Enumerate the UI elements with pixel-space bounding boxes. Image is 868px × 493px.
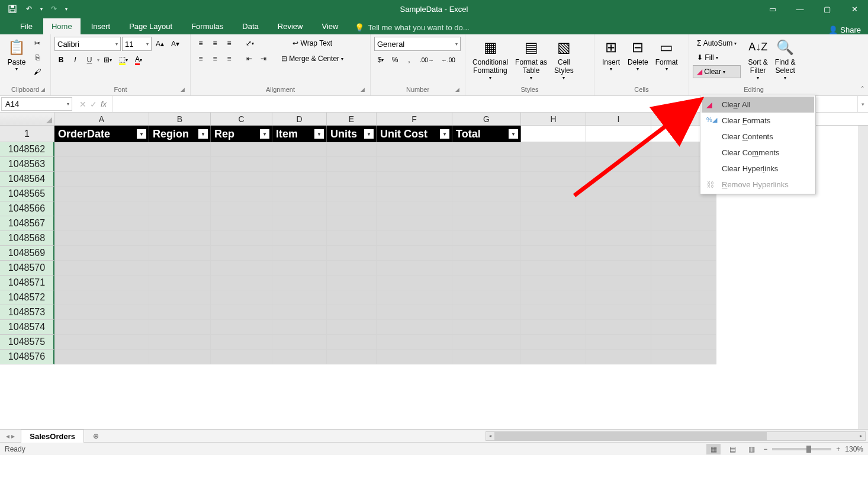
- cell[interactable]: [272, 201, 327, 216]
- font-size-combo[interactable]: 11▾: [122, 37, 152, 51]
- tab-insert[interactable]: Insert: [83, 18, 119, 34]
- cell[interactable]: [586, 201, 651, 216]
- cell[interactable]: [272, 261, 327, 276]
- cell[interactable]: [272, 276, 327, 290]
- cell[interactable]: [327, 216, 377, 231]
- cell[interactable]: [452, 335, 521, 350]
- wrap-text-button[interactable]: ↩ Wrap Text: [276, 37, 349, 50]
- tab-home[interactable]: Home: [43, 18, 81, 34]
- cell[interactable]: [521, 350, 586, 364]
- cell[interactable]: [54, 157, 149, 172]
- undo-button[interactable]: ↶: [21, 2, 37, 16]
- row-header[interactable]: 1048564: [0, 172, 54, 187]
- cell[interactable]: [272, 157, 327, 172]
- cell[interactable]: [149, 216, 211, 231]
- row-header[interactable]: 1048563: [0, 157, 54, 172]
- cell[interactable]: [54, 335, 149, 350]
- clear-button[interactable]: ◢ Clear ▾: [693, 65, 741, 78]
- table-header-total[interactable]: Total▾: [452, 126, 521, 142]
- tab-formulas[interactable]: Formulas: [183, 18, 232, 34]
- paste-button[interactable]: 📋 Paste ▾: [4, 37, 30, 73]
- cell[interactable]: [452, 157, 521, 172]
- copy-button[interactable]: ⎘: [31, 51, 44, 64]
- format-as-table-button[interactable]: ▤ Format as Table▾: [512, 37, 551, 82]
- cell[interactable]: [211, 350, 272, 364]
- cell[interactable]: [272, 290, 327, 305]
- normal-view-button[interactable]: ▦: [706, 444, 721, 454]
- cell[interactable]: [521, 216, 586, 231]
- filter-dropdown-icon[interactable]: ▾: [198, 129, 208, 139]
- cell[interactable]: [377, 231, 452, 246]
- cell[interactable]: [521, 172, 586, 187]
- number-format-combo[interactable]: General▾: [374, 37, 461, 51]
- cell[interactable]: [327, 201, 377, 216]
- cell[interactable]: [272, 305, 327, 320]
- row-header[interactable]: 1048573: [0, 305, 54, 320]
- row-header[interactable]: 1048567: [0, 216, 54, 231]
- cell[interactable]: [211, 142, 272, 157]
- table-header-rep[interactable]: Rep▾: [211, 126, 272, 142]
- increase-font-button[interactable]: A▴: [153, 37, 167, 50]
- expand-formula-bar[interactable]: ▾: [857, 96, 868, 112]
- cell[interactable]: [211, 216, 272, 231]
- cell[interactable]: [211, 335, 272, 350]
- cell[interactable]: [327, 320, 377, 335]
- cell[interactable]: [521, 201, 586, 216]
- cell[interactable]: [377, 335, 452, 350]
- format-cells-button[interactable]: ▭ Format▾: [652, 37, 681, 73]
- column-header-H[interactable]: H: [521, 113, 586, 125]
- cell[interactable]: [54, 216, 149, 231]
- decrease-font-button[interactable]: A▾: [168, 37, 182, 50]
- cell[interactable]: [327, 290, 377, 305]
- cell[interactable]: [54, 201, 149, 216]
- cell[interactable]: [211, 261, 272, 276]
- tab-page-layout[interactable]: Page Layout: [121, 18, 181, 34]
- cell[interactable]: [272, 335, 327, 350]
- cell[interactable]: [54, 187, 149, 201]
- zoom-slider[interactable]: [772, 448, 831, 450]
- cell[interactable]: [327, 231, 377, 246]
- cell[interactable]: [521, 335, 586, 350]
- font-color-button[interactable]: A▾: [132, 53, 145, 66]
- cell[interactable]: [327, 246, 377, 261]
- cell[interactable]: [149, 157, 211, 172]
- row-header[interactable]: 1048569: [0, 246, 54, 261]
- row-header[interactable]: 1048566: [0, 201, 54, 216]
- cell[interactable]: [586, 157, 651, 172]
- cell[interactable]: [521, 320, 586, 335]
- cell[interactable]: [651, 246, 716, 261]
- cell[interactable]: [521, 261, 586, 276]
- column-header-I[interactable]: I: [586, 113, 651, 125]
- cell[interactable]: [54, 305, 149, 320]
- cut-button[interactable]: ✂: [31, 37, 44, 50]
- italic-button[interactable]: I: [69, 53, 82, 66]
- table-header-item[interactable]: Item▾: [272, 126, 327, 142]
- cell[interactable]: [54, 320, 149, 335]
- minimize-button[interactable]: —: [786, 0, 814, 18]
- cell[interactable]: [149, 246, 211, 261]
- cell[interactable]: [521, 290, 586, 305]
- cell[interactable]: [452, 187, 521, 201]
- cell[interactable]: [586, 172, 651, 187]
- cell[interactable]: [586, 276, 651, 290]
- menu-clear-hyperlinks[interactable]: Clear Hyperlinks: [702, 161, 814, 177]
- cell[interactable]: [452, 172, 521, 187]
- autosum-button[interactable]: Σ AutoSum ▾: [693, 37, 741, 50]
- filter-dropdown-icon[interactable]: ▾: [364, 129, 374, 139]
- close-button[interactable]: ✕: [841, 0, 868, 18]
- cell[interactable]: [377, 350, 452, 364]
- undo-dropdown[interactable]: ▾: [38, 2, 45, 16]
- cell[interactable]: [149, 350, 211, 364]
- cell[interactable]: [149, 320, 211, 335]
- menu-clear-comments[interactable]: Clear Comments: [702, 145, 814, 161]
- clipboard-dialog-launcher[interactable]: ◢: [41, 87, 48, 94]
- zoom-out-button[interactable]: −: [763, 445, 767, 453]
- cell[interactable]: [586, 290, 651, 305]
- cell[interactable]: [377, 276, 452, 290]
- sheet-tab-salesorders[interactable]: SalesOrders: [21, 430, 84, 443]
- cell[interactable]: [54, 172, 149, 187]
- accounting-format-button[interactable]: $▾: [374, 53, 387, 66]
- cell[interactable]: [521, 246, 586, 261]
- cell[interactable]: [377, 172, 452, 187]
- cell[interactable]: [149, 187, 211, 201]
